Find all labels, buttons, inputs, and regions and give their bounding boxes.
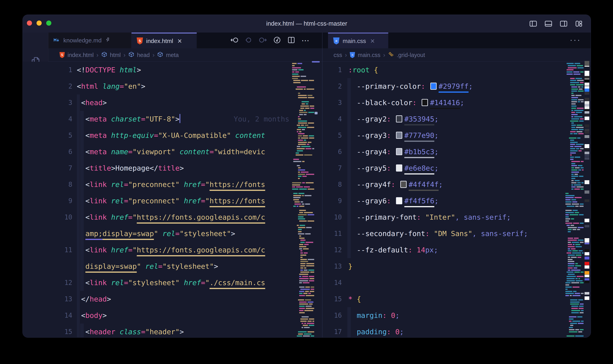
- code-line[interactable]: 15 <header class="header">: [48, 324, 292, 338]
- color-swatch[interactable]: [396, 115, 402, 122]
- breadcrumb-item[interactable]: .grid-layout: [397, 52, 425, 58]
- code-line[interactable]: 15* {: [322, 291, 565, 307]
- editor-left-index-html[interactable]: 1<!DOCTYPE html>2<html lang="en">3 <head…: [48, 62, 292, 338]
- toggle-primary-sidebar-icon[interactable]: [529, 19, 538, 29]
- tab-knowledge-md[interactable]: knowledge.md: [48, 33, 132, 48]
- code-line[interactable]: 2 --primary-color: #2979ff;: [322, 78, 565, 94]
- code-line[interactable]: 8 <link rel="preconnect" href="https://f…: [48, 176, 292, 193]
- code-line[interactable]: 6 --gray4: #b1b5c3;: [322, 143, 565, 160]
- breadcrumb-item[interactable]: meta: [166, 52, 179, 58]
- code-line[interactable]: 12 --fz-default: 14px;: [322, 242, 565, 258]
- code-line[interactable]: 7 <title>Homepage</title>: [48, 160, 292, 176]
- overview-color-mark: [585, 92, 589, 95]
- overview-color-mark: [585, 292, 589, 295]
- line-number: 1: [48, 62, 77, 78]
- code-line[interactable]: 11 --secondary-font: "DM Sans", sans-ser…: [322, 225, 565, 242]
- toggle-panel-icon[interactable]: [544, 19, 553, 29]
- code-line[interactable]: 16 margin: 0;: [322, 307, 565, 324]
- code-line[interactable]: 10 <link href="https://fonts.googleapis.…: [48, 209, 292, 225]
- code-line[interactable]: 9 <link rel="preconnect" href="https://f…: [48, 193, 292, 209]
- overview-color-mark: [585, 131, 589, 134]
- code-line[interactable]: 1<!DOCTYPE html>: [48, 62, 292, 78]
- line-number: 17: [322, 324, 348, 338]
- more-actions-icon[interactable]: ⋯: [301, 36, 310, 45]
- overview-color-mark: [585, 106, 589, 109]
- breadcrumb-item[interactable]: css: [334, 52, 342, 58]
- code-line[interactable]: 3 --black-color: #141416;: [322, 94, 565, 111]
- overview-color-mark: [585, 86, 589, 89]
- go-forward-icon[interactable]: [259, 36, 267, 45]
- code-line[interactable]: 8 --gray4f: #4f4f4f;: [322, 176, 565, 193]
- breadcrumb-item[interactable]: html: [110, 52, 121, 58]
- code-line[interactable]: display=swap" rel="stylesheet">: [48, 258, 292, 274]
- run-preview-icon[interactable]: [273, 36, 281, 45]
- code-line[interactable]: 13 </head>: [48, 291, 292, 307]
- tab-bar: knowledge.md 5 index.html × ⋯ ≡ main.css…: [48, 33, 591, 48]
- code-line[interactable]: 14: [322, 274, 565, 291]
- code-line[interactable]: 3 <head>: [48, 94, 292, 111]
- code-line[interactable]: 5 --gray3: #777e90;: [322, 127, 565, 143]
- code-line[interactable]: amp;display=swap" rel="stylesheet">: [48, 225, 292, 242]
- editor-group-divider[interactable]: [322, 33, 322, 337]
- line-number: 4: [322, 111, 348, 127]
- tab-label: knowledge.md: [63, 37, 101, 44]
- line-number: 1: [322, 62, 348, 78]
- pin-icon[interactable]: [105, 37, 111, 44]
- breadcrumb-item[interactable]: index.html: [68, 52, 94, 58]
- code-line[interactable]: 1:root {: [322, 62, 565, 78]
- right-group-more-icon[interactable]: ···: [570, 33, 581, 48]
- breadcrumb-item[interactable]: head: [137, 52, 150, 58]
- close-tab-icon[interactable]: ×: [178, 37, 182, 45]
- cube-icon: [157, 52, 163, 59]
- code-line[interactable]: 17 padding: 0;: [322, 324, 565, 338]
- line-number: [48, 225, 77, 242]
- overview-color-mark: [585, 98, 589, 101]
- line-number: 3: [48, 94, 77, 111]
- code-line[interactable]: 12 <link rel="stylesheet" href="./css/ma…: [48, 274, 292, 291]
- scroll-decoration: [315, 112, 318, 114]
- code-line[interactable]: 14 <body>: [48, 307, 292, 324]
- color-swatch[interactable]: [430, 83, 437, 90]
- breadcrumb-item[interactable]: main.css: [358, 52, 380, 58]
- color-swatch[interactable]: [396, 132, 402, 139]
- close-tab-icon[interactable]: ×: [370, 37, 375, 45]
- split-editor-icon[interactable]: [287, 36, 295, 45]
- customize-layout-icon[interactable]: [574, 19, 583, 29]
- code-line[interactable]: 2<html lang="en">: [48, 78, 292, 94]
- editor-right-main-css[interactable]: 1:root {2 --primary-color: #2979ff;3 --b…: [322, 62, 565, 338]
- code-line[interactable]: 10 --primary-font: "Inter", sans-serif;: [322, 209, 565, 225]
- code-line[interactable]: 4 <meta charset="UTF-8">You, 2 months: [48, 111, 292, 127]
- overview-color-mark: [585, 109, 589, 111]
- tab-main-css[interactable]: ≡ main.css ×: [328, 33, 388, 48]
- overview-color-mark: [585, 278, 589, 280]
- line-number: 13: [322, 258, 348, 274]
- overview-color-mark: [585, 225, 589, 227]
- overview-color-mark: [585, 252, 589, 255]
- toggle-secondary-sidebar-icon[interactable]: [559, 19, 568, 29]
- go-back-icon[interactable]: [230, 36, 238, 45]
- code-line[interactable]: 13}: [322, 258, 565, 274]
- color-swatch[interactable]: [396, 148, 402, 155]
- tab-index-html[interactable]: 5 index.html ×: [132, 33, 197, 48]
- code-line[interactable]: 6 <meta name="viewport" content="width=d…: [48, 143, 292, 160]
- line-number: 12: [322, 242, 348, 258]
- title-bar[interactable]: index.html — html-css-master: [23, 15, 591, 33]
- code-line[interactable]: 7 --gray5: #e6e8ec;: [322, 160, 565, 176]
- code-line[interactable]: 4 --gray2: #353945;: [322, 111, 565, 127]
- blame-annotation: You, 2 months: [234, 115, 289, 123]
- cube-icon: [128, 52, 134, 59]
- color-swatch[interactable]: [396, 197, 402, 204]
- color-swatch[interactable]: [422, 99, 428, 106]
- nav-circle-icon[interactable]: [245, 36, 253, 45]
- code-line[interactable]: 11 <link href="https://fonts.googleapis.…: [48, 242, 292, 258]
- chevron-icon: ›: [96, 52, 98, 59]
- overview-color-mark: [585, 79, 589, 82]
- window-title: index.html — html-css-master: [23, 15, 591, 33]
- breadcrumbs-bar: 5 index.html › html › head › meta css › …: [48, 48, 591, 62]
- color-swatch[interactable]: [400, 181, 407, 188]
- overview-color-mark: [585, 243, 589, 244]
- code-line[interactable]: 9 --gray6: #f4f5f6;: [322, 193, 565, 209]
- line-number: 4: [48, 111, 77, 127]
- color-swatch[interactable]: [396, 164, 402, 171]
- code-line[interactable]: 5 <meta http-equiv="X-UA-Compatible" con…: [48, 127, 292, 143]
